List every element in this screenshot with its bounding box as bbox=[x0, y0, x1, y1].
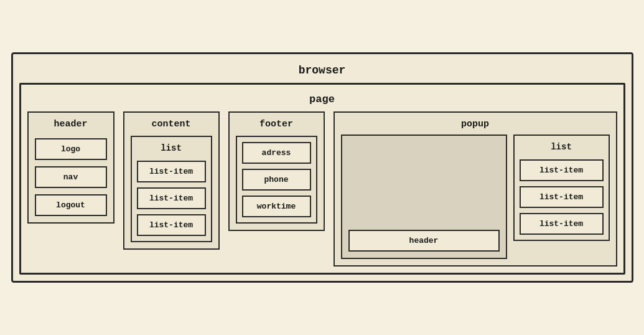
footer-adress-item: adress bbox=[242, 142, 311, 164]
content-list-item-1: list-item bbox=[137, 161, 206, 182]
content-list-item-3: list-item bbox=[137, 214, 206, 236]
footer-list: adress phone worktime bbox=[236, 136, 317, 224]
content-section: content list list-item list-item list-it… bbox=[123, 111, 220, 250]
header-section: header logo nav logout bbox=[27, 111, 114, 224]
page-inner: header logo nav logout content list list… bbox=[27, 111, 617, 267]
content-column: content list list-item list-item list-it… bbox=[123, 111, 220, 250]
popup-inner: header list list-item list-item list-ite… bbox=[341, 134, 610, 259]
popup-list-item-1: list-item bbox=[520, 159, 604, 181]
footer-section-label: footer bbox=[236, 119, 317, 130]
popup-section-label: popup bbox=[341, 119, 610, 130]
content-section-label: content bbox=[131, 119, 212, 130]
header-column: header logo nav logout bbox=[27, 111, 114, 224]
content-list-item-2: list-item bbox=[137, 187, 206, 209]
popup-left-area: header bbox=[341, 134, 507, 259]
footer-worktime-item: worktime bbox=[242, 196, 311, 217]
popup-right-area: list list-item list-item list-item bbox=[513, 134, 610, 241]
popup-list: list list-item list-item list-item bbox=[513, 134, 610, 241]
header-section-label: header bbox=[35, 119, 107, 130]
page-label: page bbox=[27, 91, 617, 111]
logo-box: logo bbox=[35, 138, 107, 160]
logout-box: logout bbox=[35, 194, 107, 216]
content-list-label: list bbox=[137, 142, 206, 156]
popup-list-label: list bbox=[520, 141, 604, 154]
footer-phone-item: phone bbox=[242, 169, 311, 191]
nav-box: nav bbox=[35, 166, 107, 188]
popup-section: popup header list list-item list-item bbox=[334, 111, 617, 267]
content-list: list list-item list-item list-item bbox=[131, 136, 212, 242]
popup-header-box: header bbox=[348, 230, 500, 252]
browser-label: browser bbox=[19, 60, 625, 83]
footer-section: footer adress phone worktime bbox=[228, 111, 325, 231]
footer-column: footer adress phone worktime bbox=[228, 111, 325, 231]
popup-column: popup header list list-item list-item bbox=[334, 111, 617, 267]
popup-list-item-2: list-item bbox=[520, 186, 604, 208]
popup-list-item-3: list-item bbox=[520, 213, 604, 235]
page-container: page header logo nav logout content list… bbox=[19, 83, 625, 275]
browser-container: browser page header logo nav logout cont… bbox=[11, 52, 633, 283]
